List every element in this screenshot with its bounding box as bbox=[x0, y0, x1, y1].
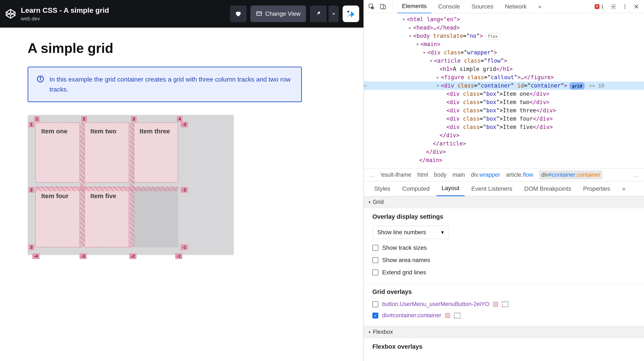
settings-icon[interactable] bbox=[609, 2, 618, 11]
crumb[interactable]: 'esult-iframe bbox=[380, 172, 411, 178]
close-devtools-icon[interactable] bbox=[632, 2, 641, 11]
checkbox-label: Show track sizes bbox=[382, 244, 427, 251]
error-badge[interactable]: ✕ 1 bbox=[592, 2, 606, 10]
overlay-selector[interactable]: button.UserMenu_userMenuButton-2eiYO bbox=[382, 301, 489, 308]
subtab-styles[interactable]: Styles bbox=[369, 182, 395, 196]
grid-line-number: 1 bbox=[28, 122, 34, 127]
codepen-pane: Learn CSS - A simple grid web.dev Change… bbox=[0, 0, 364, 361]
reveal-icon[interactable] bbox=[454, 313, 460, 318]
checkbox-extend-lines[interactable] bbox=[372, 270, 378, 275]
dom-node[interactable]: </main> bbox=[364, 156, 644, 164]
dom-node[interactable]: <head>…</head> bbox=[413, 24, 460, 31]
svg-rect-3 bbox=[257, 12, 262, 15]
tab-console[interactable]: Console bbox=[434, 0, 465, 13]
dom-node[interactable]: <h1>A simple grid</h1> bbox=[364, 65, 644, 73]
tab-sources[interactable]: Sources bbox=[467, 0, 498, 13]
change-view-button[interactable]: Change View bbox=[250, 5, 306, 22]
checkbox-track-sizes[interactable] bbox=[372, 245, 378, 251]
grid-section-header[interactable]: ▾Grid bbox=[364, 196, 644, 208]
devtools-topbar: Elements Console Sources Network » ✕ 1 bbox=[364, 0, 644, 13]
tab-elements[interactable]: Elements bbox=[397, 0, 432, 13]
crumb-ellipsis[interactable]: … bbox=[368, 172, 374, 178]
svg-rect-11 bbox=[383, 5, 386, 9]
callout-text: In this example the grid container creat… bbox=[50, 74, 293, 94]
grid-line-number: -4 bbox=[32, 253, 40, 259]
subtab-properties[interactable]: Properties bbox=[578, 182, 615, 196]
dom-node[interactable]: ▸<figure class="callout">…</figure> bbox=[364, 73, 644, 81]
line-numbers-dropdown[interactable]: Show line numbers ▾ bbox=[372, 226, 449, 239]
codepen-logo[interactable] bbox=[4, 7, 17, 20]
svg-point-14 bbox=[624, 6, 625, 7]
dom-node[interactable]: <div class="box">Item two</div> bbox=[364, 98, 644, 106]
color-swatch[interactable] bbox=[493, 302, 498, 307]
grid-item: Item one bbox=[35, 122, 80, 183]
subtab-computed[interactable]: Computed bbox=[397, 182, 435, 196]
user-avatar[interactable] bbox=[342, 5, 359, 22]
page-title: A simple grid bbox=[28, 40, 336, 56]
dom-node[interactable]: <html lang="en"> bbox=[407, 16, 460, 22]
crumb[interactable]: div.wrapper bbox=[471, 172, 500, 178]
overlay-settings-title: Overlay display settings bbox=[372, 213, 636, 220]
pen-author[interactable]: web.dev bbox=[21, 16, 109, 22]
flexbox-section-header[interactable]: ▾Flexbox bbox=[364, 326, 644, 338]
grid-line-number: -2 bbox=[129, 253, 136, 259]
svg-point-5 bbox=[347, 10, 349, 12]
dom-node[interactable]: ▾<article class="flow"> bbox=[364, 57, 644, 65]
svg-point-12 bbox=[612, 6, 614, 7]
layout-panel: ▾Grid Overlay display settings Show line… bbox=[364, 196, 644, 361]
device-toggle-icon[interactable] bbox=[378, 2, 388, 11]
like-button[interactable] bbox=[230, 5, 246, 22]
dom-node[interactable]: <div class="box">Item one</div> bbox=[364, 90, 644, 98]
dom-node[interactable]: </div> bbox=[364, 131, 644, 139]
checkbox-area-names[interactable] bbox=[372, 257, 378, 263]
dom-node[interactable]: <div class="box">Item four</div> bbox=[364, 115, 644, 123]
grid-line-number: -1 bbox=[181, 244, 188, 250]
grid-line-number: 2 bbox=[28, 187, 34, 193]
grid-line-number: 1 bbox=[34, 116, 40, 122]
subtab-layout[interactable]: Layout bbox=[436, 181, 464, 196]
tabs-overflow[interactable]: » bbox=[534, 0, 546, 13]
tab-network[interactable]: Network bbox=[500, 0, 531, 13]
svg-point-15 bbox=[624, 8, 625, 8]
overlay-checkbox[interactable]: ✓ bbox=[372, 313, 378, 319]
svg-point-13 bbox=[624, 4, 625, 5]
flex-badge[interactable]: flex bbox=[485, 33, 500, 40]
error-count: 1 bbox=[601, 3, 604, 9]
reveal-icon[interactable] bbox=[502, 302, 508, 307]
preview-body: A simple grid In this example the grid c… bbox=[0, 27, 364, 361]
overlay-selector[interactable]: div#container.container bbox=[382, 312, 441, 319]
dom-node[interactable]: <div class="box">Item five</div> bbox=[364, 123, 644, 131]
dom-node-selected[interactable]: ▾<div class="container" id="container">g… bbox=[364, 81, 644, 90]
devtools-subtabs: Styles Computed Layout Event Listeners D… bbox=[364, 181, 644, 196]
dom-node[interactable]: </div> bbox=[364, 148, 644, 156]
dom-node[interactable]: ▾<body translate="no">flex bbox=[364, 32, 644, 40]
color-swatch[interactable] bbox=[445, 313, 450, 318]
svg-point-8 bbox=[40, 77, 40, 78]
crumb[interactable]: html bbox=[417, 172, 428, 178]
subtab-dom-breakpoints[interactable]: DOM Breakpoints bbox=[519, 182, 576, 196]
crumb[interactable]: main bbox=[452, 172, 465, 178]
pen-title[interactable]: Learn CSS - A simple grid bbox=[21, 6, 109, 14]
kebab-icon[interactable] bbox=[620, 2, 630, 11]
dom-node[interactable]: ▾<div class="wrapper"> bbox=[364, 48, 644, 57]
overlay-checkbox[interactable] bbox=[372, 301, 378, 307]
dom-tree[interactable]: ▾<html lang="en"> ▸<head>…</head> ▾<body… bbox=[364, 13, 644, 168]
grid-line-number: 2 bbox=[81, 116, 87, 122]
info-icon bbox=[37, 75, 44, 94]
pin-button[interactable] bbox=[310, 5, 326, 22]
grid-line-number: -3 bbox=[181, 122, 188, 127]
pin-menu-button[interactable] bbox=[328, 5, 339, 22]
dom-node[interactable]: <div class="box">Item three</div> bbox=[364, 106, 644, 115]
chevron-down-icon: ▾ bbox=[441, 229, 444, 236]
subtabs-overflow[interactable]: » bbox=[617, 182, 630, 196]
inspect-icon[interactable] bbox=[367, 2, 376, 11]
grid-badge[interactable]: grid bbox=[570, 82, 585, 90]
dom-node[interactable]: </article> bbox=[364, 139, 644, 148]
dom-node[interactable]: ▾<main> bbox=[364, 40, 644, 48]
crumb-ellipsis[interactable]: … bbox=[634, 172, 639, 178]
crumb[interactable]: body bbox=[434, 172, 446, 178]
subtab-event-listeners[interactable]: Event Listeners bbox=[466, 182, 518, 196]
crumb-active[interactable]: div#container.container bbox=[539, 170, 602, 179]
grid-item: Item two bbox=[84, 122, 129, 183]
crumb[interactable]: article.flow bbox=[506, 172, 533, 178]
